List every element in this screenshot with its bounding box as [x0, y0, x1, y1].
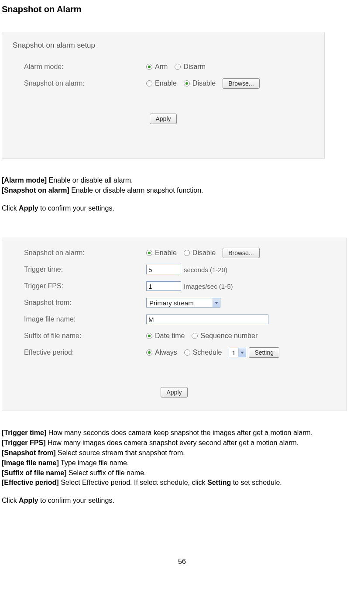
d2-click-pre: Click	[2, 497, 19, 504]
schedule-number-select[interactable]: 1	[229, 348, 246, 357]
desc-alarm-mode-bold: [Alarm mode]	[2, 176, 47, 184]
schedule-number-value: 1	[229, 349, 238, 356]
d2-image-file-b: [Image file name]	[2, 459, 59, 467]
page-title: Snapshot on Alarm	[2, 4, 362, 14]
desc-alarm-mode-text: Enable or disable all alarm.	[47, 176, 133, 184]
snapshot-enable-label-2: Enable	[155, 249, 177, 257]
trigger-fps-label: Trigger FPS:	[24, 282, 146, 290]
d2-snapshot-from-t: Select source stream that snapshot from.	[56, 449, 185, 456]
snapshot-enable-label: Enable	[155, 80, 177, 87]
d2-image-file-t: Type image file name.	[59, 459, 129, 467]
snapshot-from-row: Snapshot from: Primary stream	[24, 297, 337, 309]
image-file-name-row: Image file name:	[24, 313, 337, 325]
suffix-label: Suffix of file name:	[24, 332, 146, 340]
effective-schedule-radio[interactable]	[184, 349, 190, 356]
browse-button-2[interactable]: Browse...	[223, 248, 259, 258]
apply-button[interactable]: Apply	[150, 114, 176, 124]
desc-apply-bold: Apply	[19, 204, 38, 212]
trigger-time-row: Trigger time: seconds (1-20)	[24, 263, 337, 276]
snapshot-enable-radio[interactable]	[146, 80, 152, 86]
effective-always-radio[interactable]	[146, 349, 152, 356]
snapshot-on-alarm-row: Snapshot on alarm: Enable Disable Browse…	[24, 77, 316, 90]
snapshot-disable-radio-2[interactable]	[184, 250, 190, 256]
trigger-time-label: Trigger time:	[24, 266, 146, 273]
snapshot-setup-panel: Snapshot on alarm setup Alarm mode: Arm …	[2, 32, 325, 159]
page-number: 56	[2, 558, 362, 566]
snapshot-on-alarm-label: Snapshot on alarm:	[24, 80, 146, 87]
desc-click-pre: Click	[2, 204, 19, 212]
d2-trigger-fps-b: [Trigger FPS]	[2, 439, 45, 446]
suffix-date-label: Date time	[155, 332, 185, 340]
trigger-fps-row: Trigger FPS: Images/sec (1-5)	[24, 280, 337, 292]
desc-click-post: to confirm your settings.	[38, 204, 114, 212]
snapshot-on-alarm-label-2: Snapshot on alarm:	[24, 249, 146, 257]
d2-setting-bold: Setting	[207, 479, 231, 486]
suffix-seq-radio[interactable]	[192, 333, 198, 339]
trigger-fps-input[interactable]	[146, 281, 181, 291]
browse-button[interactable]: Browse...	[223, 78, 259, 89]
snapshot-disable-label-2: Disable	[192, 249, 216, 257]
d2-effective-t1: Select Effective period. If select sched…	[59, 479, 207, 486]
d2-trigger-time-t: How many seconds does camera keep snapsh…	[46, 429, 312, 436]
suffix-date-radio[interactable]	[146, 333, 152, 339]
effective-period-label: Effective period:	[24, 349, 146, 356]
trigger-time-input[interactable]	[146, 265, 181, 274]
effective-schedule-label: Schedule	[193, 349, 222, 356]
suffix-seq-label: Sequence number	[200, 332, 258, 340]
image-file-name-input[interactable]	[146, 315, 268, 324]
suffix-row: Suffix of file name: Date time Sequence …	[24, 330, 337, 342]
d2-effective-b: [Effective period]	[2, 479, 59, 486]
alarm-mode-disarm-label: Disarm	[183, 63, 206, 71]
chevron-down-icon	[213, 298, 220, 307]
alarm-mode-arm-label: Arm	[155, 63, 168, 71]
snapshot-disable-label: Disable	[192, 80, 216, 87]
alarm-mode-arm-radio[interactable]	[146, 64, 152, 70]
image-file-name-label: Image file name:	[24, 315, 146, 323]
snapshot-detail-panel: Snapshot on alarm: Enable Disable Browse…	[2, 238, 347, 411]
d2-click-post: to confirm your settings.	[38, 497, 114, 504]
snapshot-disable-radio[interactable]	[184, 80, 190, 86]
snapshot-enable-radio-2[interactable]	[146, 250, 152, 256]
alarm-mode-row: Alarm mode: Arm Disarm	[24, 61, 316, 73]
description-block-1: [Alarm mode] Enable or disable all alarm…	[2, 176, 362, 213]
d2-suffix-b: [Suffix of file name]	[2, 469, 66, 477]
snapshot-from-select[interactable]: Primary stream	[146, 298, 220, 308]
snapshot-on-alarm-row-2: Snapshot on alarm: Enable Disable Browse…	[24, 247, 337, 259]
desc-snapshot-text: Enable or disable alarm snapshot functio…	[69, 187, 203, 194]
trigger-fps-hint: Images/sec (1-5)	[184, 283, 233, 290]
effective-period-row: Effective period: Always Schedule 1 Sett…	[24, 346, 337, 359]
setting-button[interactable]: Setting	[249, 347, 279, 358]
snapshot-from-value: Primary stream	[147, 299, 196, 307]
effective-always-label: Always	[155, 349, 177, 356]
panel-title: Snapshot on alarm setup	[13, 41, 316, 50]
desc-snapshot-bold: [Snapshot on alarm]	[2, 187, 69, 194]
d2-trigger-fps-t: How many images does camera snapshot eve…	[45, 439, 299, 446]
d2-snapshot-from-b: [Snapshot from]	[2, 449, 56, 456]
d2-suffix-t: Select suffix of file name.	[66, 469, 146, 477]
alarm-mode-disarm-radio[interactable]	[175, 64, 181, 70]
snapshot-from-label: Snapshot from:	[24, 299, 146, 307]
apply-button-2[interactable]: Apply	[161, 387, 187, 398]
d2-apply-bold: Apply	[19, 497, 38, 504]
chevron-down-icon	[238, 348, 246, 357]
d2-trigger-time-b: [Trigger time]	[2, 429, 46, 436]
d2-effective-t2: to set schedule.	[231, 479, 282, 486]
alarm-mode-label: Alarm mode:	[24, 63, 146, 71]
trigger-time-hint: seconds (1-20)	[184, 266, 227, 273]
description-block-2: [Trigger time] How many seconds does cam…	[2, 429, 362, 505]
